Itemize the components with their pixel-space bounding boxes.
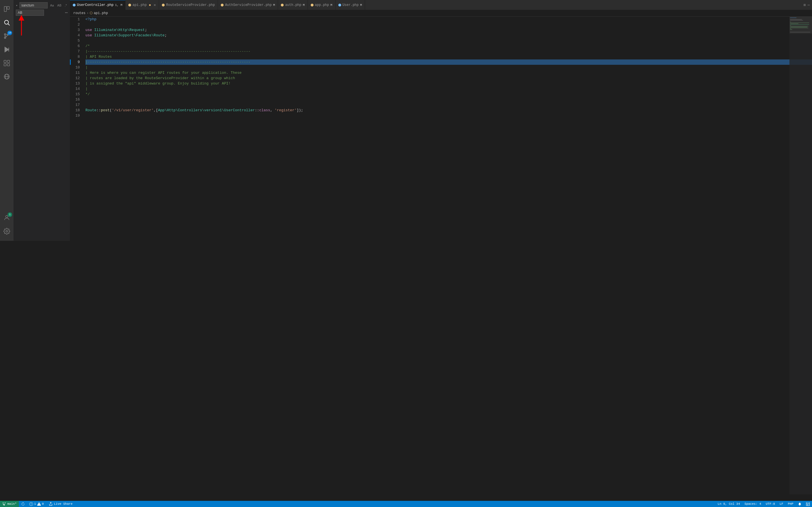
code-line-2 xyxy=(86,22,406,27)
tab-icon-app xyxy=(311,4,313,6)
settings-button[interactable] xyxy=(0,224,13,238)
replace-input[interactable] xyxy=(16,10,44,16)
code-line-10: | xyxy=(86,65,406,70)
code-line-7: |---------------------------------------… xyxy=(86,49,406,54)
tab-modified-usercontroller: 1, M xyxy=(115,3,122,7)
search-input[interactable]: sanctum xyxy=(19,2,48,8)
code-line-6: /* xyxy=(86,43,406,49)
tab-m-asp: M xyxy=(273,3,275,7)
code-line-3: use Illuminate\Http\Request; xyxy=(86,27,406,33)
tab-api[interactable]: api.php ● ✕ xyxy=(125,0,159,10)
tab-auth[interactable]: auth.php M xyxy=(278,0,308,10)
code-line-5 xyxy=(86,38,406,43)
code-line-14: | xyxy=(86,86,406,92)
code-line-11: | Here is where you can register API rou… xyxy=(86,70,406,75)
svg-rect-9 xyxy=(4,60,6,62)
code-line-9: |---------------------------------------… xyxy=(86,59,406,65)
code-line-18: Route::post('/v1/user/register',[App\Htt… xyxy=(86,108,406,113)
tab-authserviceprovider[interactable]: AuthServiceProvider.php M xyxy=(218,0,278,10)
collapse-chevron[interactable]: ▾ xyxy=(16,4,18,7)
tab-app[interactable]: app.php M xyxy=(308,0,336,10)
tab-icon-api xyxy=(128,4,131,6)
code-editor[interactable]: 1 2 3 4 5 6 7 8 9 10 11 12 13 14 15 16 1… xyxy=(70,17,406,253)
tab-label-asp: AuthServiceProvider.php xyxy=(225,3,272,7)
code-line-17 xyxy=(86,102,406,108)
tab-m-auth: M xyxy=(303,3,305,7)
tab-icon-usercontroller xyxy=(73,4,75,6)
svg-rect-10 xyxy=(7,60,10,62)
match-case-button[interactable]: Aa xyxy=(49,2,55,8)
tab-bar: UserController.php 1, M api.php ● ✕ Rout… xyxy=(70,0,406,10)
search-row: ▾ sanctum Aa AB .* xyxy=(16,2,68,8)
line-numbers: 1 2 3 4 5 6 7 8 9 10 11 12 13 14 15 16 1… xyxy=(70,17,83,253)
svg-point-2 xyxy=(4,20,8,24)
tab-icon-user xyxy=(338,4,341,6)
sidebar-item-search[interactable] xyxy=(0,16,13,29)
tab-label-app: app.php xyxy=(315,3,329,7)
code-line-1: <?php xyxy=(86,17,406,22)
svg-point-17 xyxy=(6,230,8,232)
regex-button[interactable]: .* xyxy=(63,2,68,8)
tab-icon-auth xyxy=(281,4,284,6)
current-line-indicator xyxy=(70,59,71,65)
tab-icon-asp xyxy=(221,4,223,6)
svg-rect-0 xyxy=(4,6,6,11)
code-line-16 xyxy=(86,97,406,102)
breadcrumb-file[interactable]: api.php xyxy=(94,11,108,15)
search-panel: ▾ sanctum Aa AB .* ⋯ xyxy=(13,0,70,241)
tab-m-user: M xyxy=(360,3,362,7)
code-line-12: | routes are loaded by the RouteServiceP… xyxy=(86,75,406,81)
breadcrumb-file-icon: ⬡ xyxy=(90,11,93,15)
breadcrumb-folder[interactable]: routes xyxy=(73,11,86,15)
sidebar-item-run[interactable] xyxy=(0,43,13,56)
activity-bar: 10 1 xyxy=(0,0,13,241)
tab-label-api: api.php xyxy=(133,3,147,7)
tab-dot-api: ● xyxy=(149,3,151,7)
code-line-19 xyxy=(86,113,406,118)
sidebar-item-remote[interactable] xyxy=(0,70,13,83)
svg-rect-12 xyxy=(7,64,10,66)
tab-close-api[interactable]: ✕ xyxy=(154,3,156,7)
code-line-4: use Illuminate\Support\Facades\Route; xyxy=(86,33,406,38)
svg-point-16 xyxy=(6,216,8,218)
breadcrumb-separator: › xyxy=(87,11,89,15)
editor-container: UserController.php 1, M api.php ● ✕ Rout… xyxy=(70,0,406,253)
tab-user[interactable]: User.php M xyxy=(336,0,365,10)
tab-routeserviceprovider[interactable]: RouteServiceProvider.php xyxy=(159,0,218,10)
tab-icon-rsp xyxy=(162,4,165,6)
svg-point-4 xyxy=(4,34,6,35)
tab-label-rsp: RouteServiceProvider.php xyxy=(166,3,215,7)
search-sidebar: ▾ sanctum Aa AB .* ⋯ xyxy=(13,0,70,241)
code-content[interactable]: <?php use Illuminate\Http\Request; use I… xyxy=(83,17,406,253)
code-line-13: | is assigned the "api" middleware group… xyxy=(86,81,406,86)
svg-point-6 xyxy=(4,37,6,39)
code-line-15: */ xyxy=(86,92,406,97)
sidebar-item-explorer[interactable] xyxy=(0,2,13,16)
svg-marker-7 xyxy=(5,47,9,52)
tab-label-usercontroller: UserController.php xyxy=(77,3,114,7)
svg-line-3 xyxy=(8,24,10,25)
breadcrumb: routes › ⬡ api.php xyxy=(70,10,406,17)
accounts-button[interactable]: 1 xyxy=(0,211,13,224)
match-word-button[interactable]: AB xyxy=(56,2,63,8)
accounts-badge: 1 xyxy=(8,212,12,217)
sidebar-item-source-control[interactable]: 10 xyxy=(0,29,13,43)
source-control-badge: 10 xyxy=(7,31,12,35)
more-options-button[interactable]: ⋯ xyxy=(65,10,68,15)
tab-usercontroller[interactable]: UserController.php 1, M xyxy=(70,0,125,10)
tab-m-app: M xyxy=(331,3,333,7)
tab-label-user: User.php xyxy=(343,3,359,7)
svg-rect-11 xyxy=(4,64,6,66)
tab-label-auth: auth.php xyxy=(285,3,301,7)
sidebar-item-extensions[interactable] xyxy=(0,56,13,70)
code-line-8: | API Routes xyxy=(86,54,406,59)
replace-row: ⋯ xyxy=(16,10,68,16)
search-options: Aa AB .* xyxy=(49,2,68,8)
svg-rect-1 xyxy=(7,6,9,9)
